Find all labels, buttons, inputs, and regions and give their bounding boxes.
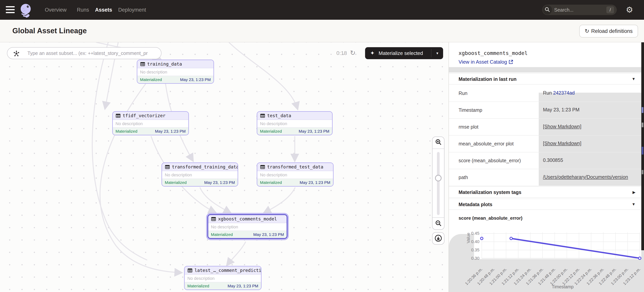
materialize-selected-button[interactable]: ✦ Materialize selected ▾ <box>365 47 443 59</box>
asset-details-panel: xgboost_comments_model View in Asset Cat… <box>448 42 644 292</box>
y-tick-label: 0.40 <box>468 239 480 244</box>
settings-gear-icon[interactable]: ⚙ <box>626 5 633 15</box>
materialized-timestamp: May 23, 1:23 PM <box>204 180 235 185</box>
chevron-down-icon[interactable]: ▼ <box>632 202 636 206</box>
page-title: Global Asset Lineage <box>12 27 87 35</box>
y-tick-label: 0.45 <box>468 231 480 236</box>
table-row-rmse-plot: rmse plot [Show Markdown] <box>449 119 644 136</box>
view-in-asset-catalog-link[interactable]: View in Asset Catalog <box>458 59 513 65</box>
asset-subset-input[interactable] <box>28 49 159 58</box>
global-search[interactable]: / <box>542 5 617 15</box>
show-markdown-link[interactable]: [Show Markdown] <box>543 141 582 146</box>
reload-icon: ↻ <box>585 28 589 34</box>
show-markdown-link[interactable]: [Show Markdown] <box>543 124 582 129</box>
asset-node-xgboost-comments-model[interactable]: xgboost_comments_model No description Ma… <box>208 214 288 239</box>
table-row-mean-absolute-error-plot: mean_absolute_error plot [Show Markdown] <box>449 136 644 152</box>
section-materialization-system-tags[interactable]: Materialization system tags ▶ <box>449 186 644 198</box>
path-link[interactable]: /Users/odetteharary/Documents/version <box>543 174 628 180</box>
asset-node-tfidf-vectorizer[interactable]: tfidf_vectorizer No description Material… <box>112 111 189 135</box>
materialize-dropdown-caret[interactable]: ▾ <box>432 47 443 59</box>
score-line-chart: Value Timestamp 0.450.400.350.301:20:36 … <box>449 220 644 292</box>
zoom-controls <box>432 137 444 230</box>
op-selector-icon <box>13 50 20 57</box>
status-badge: Materialized <box>165 180 186 185</box>
status-badge: Materialized <box>260 180 282 185</box>
reload-definitions-button[interactable]: ↻Reload definitions <box>579 25 638 38</box>
materialization-metadata-table: Run Run 242374ad Timestamp May 23, 1:23 … <box>449 85 644 186</box>
materialized-timestamp: May 23, 1:23 PM <box>228 284 258 288</box>
zoom-slider-thumb[interactable] <box>435 175 442 181</box>
tab-overview[interactable]: Overview <box>45 0 67 20</box>
search-icon <box>543 5 552 15</box>
table-icon <box>140 62 145 67</box>
asset-node-transformed-training-data[interactable]: transformed_training_data No description… <box>162 162 238 187</box>
chevron-down-icon[interactable]: ▼ <box>632 77 636 81</box>
status-badge: Materialized <box>140 77 162 82</box>
run-id-link[interactable]: 242374ad <box>553 90 575 96</box>
external-link-icon <box>508 60 513 64</box>
tab-assets[interactable]: Assets <box>95 0 112 20</box>
table-icon <box>260 164 265 170</box>
page-header: Global Asset Lineage ↻Reload definitions <box>0 20 644 42</box>
asset-node-latest-comment-predictions[interactable]: latest_…_comment_predictions No descript… <box>184 266 262 290</box>
table-row-path: path /Users/odetteharary/Documents/versi… <box>449 169 644 186</box>
zoom-out-button[interactable] <box>432 217 444 229</box>
asset-lineage-canvas[interactable]: 0:18 ↻ ✦ Materialize selected ▾ training… <box>0 42 448 292</box>
table-icon <box>165 164 170 170</box>
asset-node-training-data[interactable]: training_data No description Materialize… <box>137 60 214 84</box>
materialized-timestamp: May 23, 1:23 PM <box>299 129 329 134</box>
hamburger-menu-icon[interactable] <box>6 6 15 14</box>
status-badge: Materialized <box>211 232 233 237</box>
metadata-plot-title: score (mean_absolute_error) <box>458 215 522 221</box>
section-materialization-in-last-run[interactable]: Materialization in last run ▼ <box>449 73 644 85</box>
tab-deployment[interactable]: Deployment <box>118 0 146 20</box>
table-icon <box>260 113 265 118</box>
y-tick-label: 0.30 <box>468 256 480 261</box>
asset-node-test-data[interactable]: test_data No description MaterializedMay… <box>257 111 332 135</box>
sparkle-icon: ✦ <box>370 47 374 59</box>
divider-band <box>449 67 644 73</box>
zoom-in-button[interactable] <box>432 137 444 149</box>
dagster-logo-icon[interactable] <box>18 2 34 18</box>
chevron-right-icon[interactable]: ▶ <box>632 190 636 194</box>
section-metadata-plots[interactable]: Metadata plots ▼ <box>449 199 644 210</box>
search-shortcut-badge: / <box>606 7 614 13</box>
tab-runs[interactable]: Runs <box>77 0 89 20</box>
asset-node-transformed-test-data[interactable]: transformed_test_data No description Mat… <box>257 162 334 187</box>
zoom-slider-track[interactable] <box>437 152 440 215</box>
download-image-button[interactable] <box>432 232 444 245</box>
refresh-icon[interactable]: ↻ <box>350 49 356 57</box>
table-row-timestamp: Timestamp May 23, 1:23 PM <box>449 102 644 119</box>
table-icon <box>116 113 121 118</box>
refresh-timer: 0:18 <box>328 50 347 56</box>
status-badge: Materialized <box>187 284 209 288</box>
materialized-timestamp: May 23, 1:23 PM <box>253 232 284 237</box>
table-icon <box>187 268 192 273</box>
status-badge: Materialized <box>260 129 282 134</box>
materialized-timestamp: May 23, 1:23 PM <box>155 129 186 134</box>
table-icon <box>211 216 216 222</box>
table-row-score: score (mean_absolute_error) 0.300855 <box>449 152 644 169</box>
top-navbar: Overview Runs Assets Deployment / ⚙ <box>0 0 644 20</box>
asset-name-title: xgboost_comments_model <box>458 50 528 56</box>
materialized-timestamp: May 23, 1:23 PM <box>300 180 330 185</box>
asset-subset-filter[interactable] <box>7 47 162 59</box>
table-row-run: Run Run 242374ad <box>449 85 644 102</box>
status-badge: Materialized <box>116 129 137 134</box>
y-tick-label: 0.35 <box>468 247 480 252</box>
materialized-timestamp: May 23, 1:23 PM <box>180 77 211 82</box>
search-input[interactable] <box>554 6 598 14</box>
window-edge-strip <box>641 42 644 250</box>
